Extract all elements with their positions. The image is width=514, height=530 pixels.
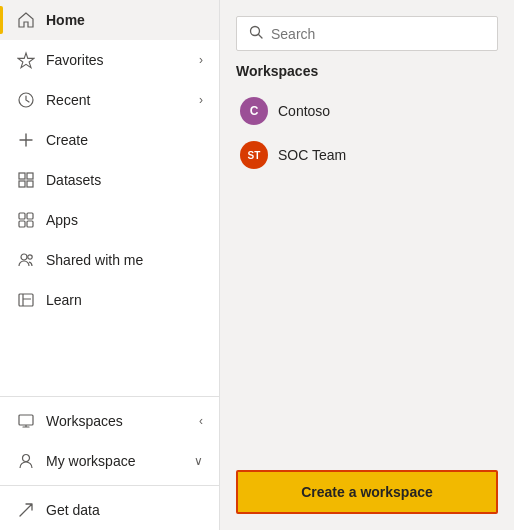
svg-rect-4	[27, 181, 33, 187]
sidebar-label-create: Create	[46, 132, 203, 148]
sidebar-label-favorites: Favorites	[46, 52, 189, 68]
svg-rect-7	[19, 221, 25, 227]
svg-rect-11	[19, 294, 33, 306]
sidebar: Home Favorites › Recent › Create	[0, 0, 220, 530]
getdata-icon	[16, 500, 36, 520]
svg-rect-6	[27, 213, 33, 219]
datasets-icon	[16, 170, 36, 190]
sidebar-item-favorites[interactable]: Favorites ›	[0, 40, 219, 80]
workspaces-section: Workspaces C Contoso ST SOC Team	[236, 63, 498, 458]
main-content: Workspaces C Contoso ST SOC Team Create …	[220, 0, 514, 530]
shared-icon	[16, 250, 36, 270]
sidebar-item-shared[interactable]: Shared with me	[0, 240, 219, 280]
svg-rect-2	[27, 173, 33, 179]
sidebar-label-apps: Apps	[46, 212, 203, 228]
svg-rect-8	[27, 221, 33, 227]
favorites-icon	[16, 50, 36, 70]
sidebar-label-datasets: Datasets	[46, 172, 203, 188]
sidebar-item-datasets[interactable]: Datasets	[0, 160, 219, 200]
sidebar-item-learn[interactable]: Learn	[0, 280, 219, 320]
svg-rect-3	[19, 181, 25, 187]
apps-icon	[16, 210, 36, 230]
learn-icon	[16, 290, 36, 310]
sidebar-label-recent: Recent	[46, 92, 189, 108]
svg-point-13	[23, 455, 30, 462]
svg-rect-1	[19, 173, 25, 179]
workspace-soc-team[interactable]: ST SOC Team	[236, 133, 498, 177]
sidebar-divider	[0, 396, 219, 397]
svg-point-9	[21, 254, 27, 260]
soc-team-avatar: ST	[240, 141, 268, 169]
sidebar-item-home[interactable]: Home	[0, 0, 219, 40]
sidebar-label-workspaces: Workspaces	[46, 413, 189, 429]
sidebar-label-myworkspace: My workspace	[46, 453, 184, 469]
contoso-name: Contoso	[278, 103, 330, 119]
contoso-avatar: C	[240, 97, 268, 125]
workspaces-nav-icon	[16, 411, 36, 431]
soc-team-name: SOC Team	[278, 147, 346, 163]
sidebar-item-myworkspace[interactable]: My workspace ∨	[0, 441, 219, 481]
sidebar-item-recent[interactable]: Recent ›	[0, 80, 219, 120]
home-icon	[16, 10, 36, 30]
recent-icon	[16, 90, 36, 110]
svg-rect-12	[19, 415, 33, 425]
favorites-chevron: ›	[199, 53, 203, 67]
search-icon	[249, 25, 263, 42]
workspaces-title: Workspaces	[236, 63, 498, 79]
recent-chevron: ›	[199, 93, 203, 107]
svg-point-10	[28, 255, 32, 259]
sidebar-label-shared: Shared with me	[46, 252, 203, 268]
search-box[interactable]	[236, 16, 498, 51]
sidebar-item-apps[interactable]: Apps	[0, 200, 219, 240]
workspace-contoso[interactable]: C Contoso	[236, 89, 498, 133]
workspaces-chevron: ‹	[199, 414, 203, 428]
create-icon	[16, 130, 36, 150]
create-workspace-button[interactable]: Create a workspace	[236, 470, 498, 514]
sidebar-item-workspaces[interactable]: Workspaces ‹	[0, 401, 219, 441]
sidebar-label-home: Home	[46, 12, 203, 28]
sidebar-label-learn: Learn	[46, 292, 203, 308]
sidebar-item-create[interactable]: Create	[0, 120, 219, 160]
sidebar-item-getdata[interactable]: Get data	[0, 490, 219, 530]
search-input[interactable]	[271, 26, 485, 42]
sidebar-divider-2	[0, 485, 219, 486]
myworkspace-icon	[16, 451, 36, 471]
sidebar-label-getdata: Get data	[46, 502, 203, 518]
myworkspace-chevron: ∨	[194, 454, 203, 468]
svg-rect-5	[19, 213, 25, 219]
